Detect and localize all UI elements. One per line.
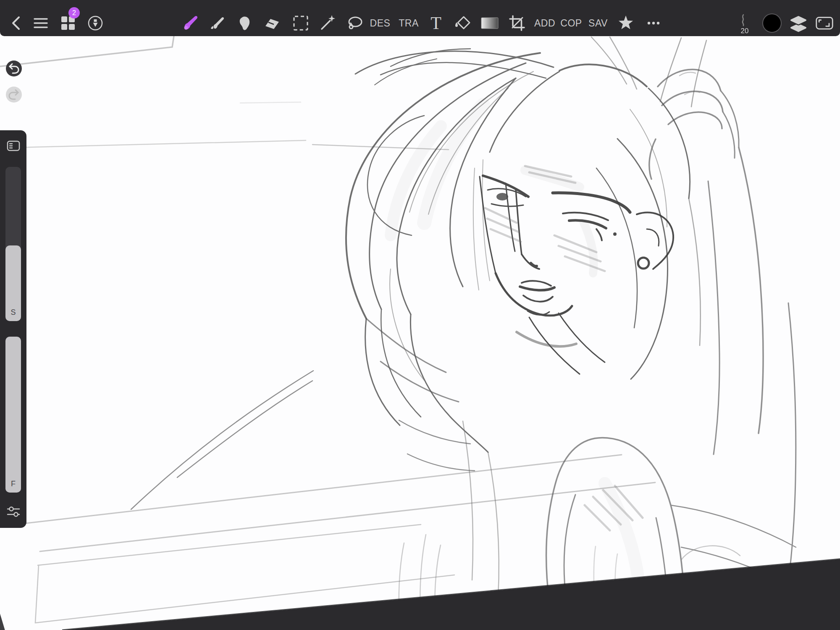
smudge-tool[interactable]	[236, 14, 254, 32]
more-options-button[interactable]	[644, 14, 663, 32]
gradient-tool[interactable]	[480, 14, 499, 32]
slider-settings-button[interactable]	[6, 504, 21, 520]
fill-bucket-icon	[454, 14, 472, 32]
back-button[interactable]	[7, 14, 25, 32]
artwork-hair	[346, 37, 706, 597]
marquee-select-icon	[291, 14, 310, 32]
stylus-pressure-button[interactable]	[86, 14, 105, 32]
wet-brush-tool[interactable]	[208, 14, 227, 32]
artwork-construction-lines	[0, 36, 655, 623]
paint-brush-icon	[182, 14, 200, 32]
panel-icon	[7, 140, 20, 151]
save-button[interactable]: SAV	[579, 14, 617, 32]
text-tool-icon: T	[427, 14, 445, 32]
menu-button[interactable]	[32, 14, 50, 32]
crop-icon	[508, 14, 526, 32]
magic-wand-tool[interactable]	[318, 14, 336, 32]
fit-screen-icon	[815, 14, 834, 32]
wet-brush-icon	[208, 14, 227, 32]
panel-settings-button[interactable]	[7, 140, 20, 153]
app-screen: 2	[0, 0, 840, 630]
favorite-button[interactable]	[617, 14, 635, 32]
gradient-icon	[480, 14, 499, 32]
crop-tool[interactable]	[508, 14, 526, 32]
brush-size-slider-label: S	[5, 308, 21, 317]
paint-brush-tool[interactable]	[182, 14, 200, 32]
brush-size-value: 20	[735, 27, 755, 35]
drawing-canvas[interactable]	[0, 0, 840, 630]
brush-flow-slider-fill	[5, 337, 21, 493]
artwork-soft-shading	[391, 105, 638, 580]
redo-button-disabled[interactable]	[6, 87, 22, 103]
redo-icon	[8, 89, 19, 100]
artwork-face	[480, 176, 673, 374]
undo-icon	[8, 63, 19, 74]
ellipsis-icon	[644, 14, 663, 32]
fit-screen-button[interactable]	[815, 14, 834, 32]
adjust-sliders-icon	[6, 504, 21, 519]
brush-flow-slider-label: F	[5, 480, 21, 488]
transform-button[interactable]: TRA	[390, 14, 428, 32]
svg-text:T: T	[430, 14, 441, 32]
star-icon	[617, 14, 635, 32]
eraser-icon	[263, 14, 281, 32]
top-toolbar: 2	[0, 0, 840, 36]
rect-select-tool[interactable]	[291, 14, 310, 32]
fill-bucket-tool[interactable]	[454, 14, 472, 32]
notification-badge: 2	[68, 7, 80, 18]
magic-wand-icon	[318, 14, 336, 32]
layers-button[interactable]	[789, 14, 808, 32]
brush-options-panel: S F	[0, 130, 26, 528]
brush-size-slider[interactable]: S	[5, 167, 21, 321]
layers-icon	[789, 14, 808, 32]
chevron-left-icon	[7, 14, 25, 32]
color-swatch[interactable]	[762, 13, 782, 33]
smudge-icon	[236, 14, 254, 32]
brush-flow-slider[interactable]: F	[5, 337, 21, 493]
hamburger-icon	[32, 14, 50, 32]
stylus-icon	[86, 14, 105, 32]
text-tool[interactable]: T	[427, 14, 445, 32]
artwork-hatching	[485, 166, 643, 530]
undo-button[interactable]	[6, 61, 22, 76]
eraser-tool[interactable]	[263, 14, 281, 32]
